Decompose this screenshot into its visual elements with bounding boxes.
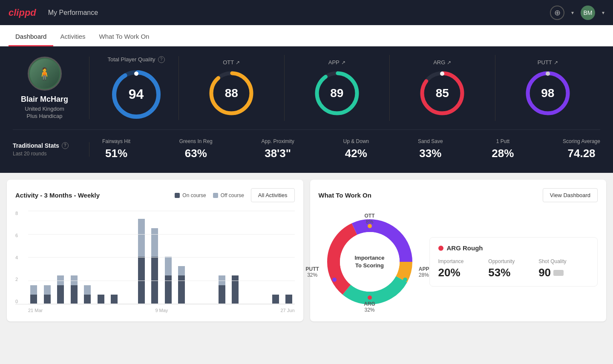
svg-point-21 <box>368 295 372 300</box>
bar-on-course <box>285 295 292 304</box>
donut-center-text: ImportanceTo Scoring <box>354 254 384 269</box>
arg-shot-quality: Shot Quality 90 <box>538 258 589 279</box>
bar-off-course <box>165 257 172 275</box>
bar-group <box>55 211 66 304</box>
bar-on-course <box>232 275 239 304</box>
add-dropdown-arrow[interactable]: ▾ <box>571 10 574 16</box>
arg-shot-quality-value: 90 <box>538 266 589 279</box>
app-metric: APP ↗ 89 <box>285 55 390 121</box>
tab-dashboard[interactable]: Dashboard <box>9 28 53 46</box>
total-quality-help[interactable]: ? <box>158 56 165 63</box>
stat-greens: Greens In Reg 63% <box>179 138 213 160</box>
putt-value: 98 <box>541 86 554 100</box>
arg-metric: ARG ↗ 85 <box>390 55 495 121</box>
arg-rough-title: ARG Rough <box>438 244 589 252</box>
bar-stack <box>71 275 78 304</box>
bar-group <box>216 211 227 304</box>
total-quality-value: 94 <box>129 86 144 102</box>
stat-scoring: Scoring Average 74.28 <box>563 138 600 160</box>
avatar-dropdown-arrow[interactable]: ▾ <box>602 10 604 16</box>
player-country: United Kingdom <box>25 106 64 112</box>
logo: clippd My Performance <box>9 7 98 18</box>
add-button[interactable]: ⊕ <box>550 6 564 20</box>
header-right: ⊕ ▾ BM ▾ <box>550 6 604 20</box>
bar-stack <box>178 266 185 304</box>
arg-trend: ↗ <box>447 60 451 66</box>
app-value: 89 <box>330 86 343 100</box>
stat-sandsave-label: Sand Save <box>418 138 443 144</box>
app-label: APP ↗ <box>328 59 345 66</box>
bar-on-course <box>178 275 185 304</box>
bar-on-course <box>98 295 104 304</box>
bar-stack <box>219 275 225 304</box>
sub-quality-items: OTT ↗ 88 APP ↗ <box>179 55 600 121</box>
arg-rough-metrics: Importance 20% Opportunity 53% Shot Qual… <box>438 258 589 279</box>
trad-stats-label: Traditional Stats ? Last 20 rounds <box>13 142 89 157</box>
putt-gauge: 98 <box>524 70 571 117</box>
bar-on-course <box>151 257 158 304</box>
plus-icon: ⊕ <box>554 8 561 17</box>
stat-oneputt: 1 Putt 28% <box>492 138 514 160</box>
app-gauge: 89 <box>314 70 360 117</box>
arg-importance-value: 20% <box>438 266 489 279</box>
what-to-work-card-header: What To Work On View Dashboard <box>319 188 598 202</box>
svg-point-9 <box>440 72 444 76</box>
activity-legend-group: On course Off course All Activities <box>175 188 294 202</box>
all-activities-button[interactable]: All Activities <box>251 188 295 202</box>
y-axis: 0 2 4 6 8 <box>15 211 18 304</box>
ott-gauge: 88 <box>208 70 255 117</box>
arg-rough-dot <box>438 246 443 251</box>
legend-off-course-label: Off course <box>221 192 244 198</box>
arg-label: ARG ↗ <box>433 59 451 66</box>
stat-oneputt-label: 1 Putt <box>496 138 509 144</box>
header-title: My Performance <box>48 9 98 17</box>
bar-off-course <box>84 285 91 295</box>
header: clippd My Performance ⊕ ▾ BM ▾ <box>0 0 613 25</box>
bar-stack <box>44 285 51 304</box>
legend-on-course-dot <box>175 193 180 198</box>
stat-scoring-value: 74.28 <box>567 147 595 160</box>
bar-on-course <box>30 295 37 304</box>
stat-fairways: Fairways Hit 51% <box>102 138 130 160</box>
avatar[interactable]: BM <box>581 6 595 20</box>
arg-opportunity-label: Opportunity <box>488 258 538 264</box>
total-quality-gauge: 94 <box>111 69 162 120</box>
bar-on-course <box>84 295 91 304</box>
bar-off-course <box>30 285 37 295</box>
stats-banner: 🧍 Blair McHarg United Kingdom Plus Handi… <box>0 46 613 173</box>
stat-greens-value: 63% <box>185 147 207 160</box>
ott-label: OTT ↗ <box>223 59 240 66</box>
bar-stack <box>57 275 64 304</box>
bar-group <box>28 211 40 304</box>
bar-group <box>283 211 295 304</box>
tab-activities[interactable]: Activities <box>53 28 92 46</box>
bar-stack <box>165 257 172 304</box>
bar-group <box>122 211 134 304</box>
bar-stack <box>151 228 158 304</box>
bar-off-course <box>178 266 185 275</box>
bar-on-course <box>111 295 118 304</box>
arg-rough-card: ARG Rough Importance 20% Opportunity 53%… <box>429 237 598 287</box>
player-info: 🧍 Blair McHarg United Kingdom Plus Handi… <box>13 57 89 119</box>
activity-chart-title: Activity - 3 Months - Weekly <box>15 192 100 199</box>
bar-group <box>109 211 120 304</box>
score-pill <box>553 270 564 276</box>
bar-group <box>189 211 201 304</box>
total-quality-label: Total Player Quality ? <box>108 56 165 63</box>
player-handicap: Plus Handicap <box>27 113 63 119</box>
ott-value: 88 <box>225 86 238 100</box>
arg-importance-label: Importance <box>438 258 489 264</box>
bar-stack <box>84 285 91 304</box>
stat-updown: Up & Down 42% <box>343 138 369 160</box>
player-name: Blair McHarg <box>21 95 68 104</box>
bar-group <box>230 211 241 304</box>
what-to-work-title: What To Work On <box>319 192 371 199</box>
arg-importance: Importance 20% <box>438 258 489 279</box>
trad-stats-help[interactable]: ? <box>62 142 69 149</box>
bar-on-course <box>138 257 145 304</box>
activity-card-header: Activity - 3 Months - Weekly On course O… <box>15 188 295 202</box>
bar-group <box>162 211 174 304</box>
view-dashboard-button[interactable]: View Dashboard <box>543 188 598 202</box>
tab-what-to-work-on[interactable]: What To Work On <box>92 28 156 46</box>
trad-stats-title: Traditional Stats ? <box>13 142 76 149</box>
